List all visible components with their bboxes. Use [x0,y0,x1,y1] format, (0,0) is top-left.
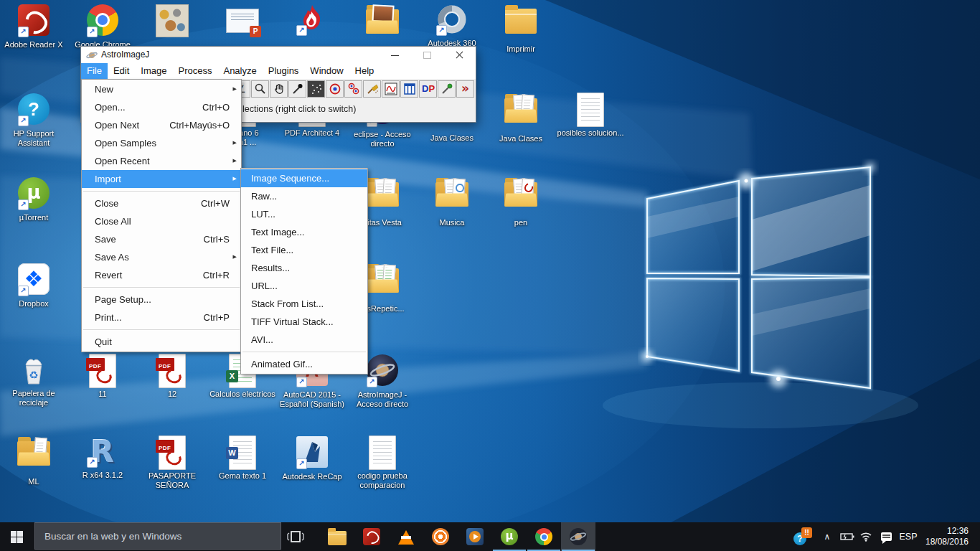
taskbar-chrome[interactable] [527,522,561,551]
file-menu-item-close[interactable]: CloseCtrl+W [82,194,241,212]
zoom-tool-button[interactable] [251,80,269,98]
table-tool-button[interactable] [400,80,418,98]
menu-help[interactable]: Help [349,63,380,79]
utorrent-icon [501,528,518,545]
desktop-icon-utorrent[interactable]: µTorrent [0,176,68,222]
import-item-avi[interactable]: AVI... [241,331,367,349]
menu-image[interactable]: Image [135,63,172,79]
desktop-icon-image-file[interactable] [138,3,207,40]
desktop-icon-flame-app[interactable] [278,3,347,39]
file-menu-item-new[interactable]: New [82,80,241,98]
file-menu-item-close-all[interactable]: Close All [82,212,241,230]
menu-window[interactable]: Window [304,63,349,79]
minimize-button[interactable] [379,47,411,63]
menu-file[interactable]: File [81,63,108,79]
tray-wifi[interactable] [857,522,875,551]
import-item-lut[interactable]: LUT... [241,205,367,223]
file-menu-item-open-samples[interactable]: Open Samples [82,134,241,152]
app-saturn-icon [86,50,98,61]
taskbar-utorrent[interactable] [492,522,527,551]
file-menu-item-save-as[interactable]: Save As [82,248,241,266]
dropper-tool-button[interactable] [288,80,306,98]
desktop-icon-powerpoint-file[interactable] [208,3,277,44]
tray-action-center[interactable] [877,522,895,551]
desktop-icon-adobe-reader[interactable]: Adobe Reader X [0,3,68,50]
search-box[interactable]: Buscar en la web y en Windows [34,522,281,550]
start-button[interactable] [0,522,34,551]
desktop-icon-codigo-prueba[interactable]: codigo prueba comparacion [348,435,417,490]
taskbar-photo-app[interactable] [423,522,458,551]
file-menu-item-quit[interactable]: Quit [82,333,241,351]
astrometry-tool-button[interactable] [438,80,456,98]
image-thumbnail-icon [156,4,189,37]
desktop-icon-autodesk-recap[interactable]: Autodesk ReCap [278,435,347,481]
recycle-bin-icon: ♻ [17,353,51,387]
desktop-icon-java-clases-2[interactable]: Java Clases [486,92,555,143]
import-item-image-sequence[interactable]: Image Sequence... [241,169,367,187]
import-item-url[interactable]: URL... [241,277,367,295]
tray-hp-warning[interactable] [791,522,815,551]
import-item-tiff-virtual-stack[interactable]: TIFF Virtual Stack... [241,313,367,331]
import-item-stack-from-list[interactable]: Stack From List... [241,295,367,313]
title-bar[interactable]: AstroImageJ [81,47,476,63]
file-menu-item-page-setup[interactable]: Page Setup... [82,291,241,309]
more-tools-button[interactable] [456,80,474,98]
import-item-results[interactable]: Results... [241,259,367,277]
desktop-icon-r-x64[interactable]: R x64 3.1.2 [68,435,137,480]
taskbar-astroimagej[interactable] [561,522,595,551]
desktop-icon-pen[interactable]: pen [486,176,555,227]
star-field-icon [310,83,323,95]
file-menu-item-open-recent[interactable]: Open Recent [82,152,241,170]
file-menu-item-save[interactable]: SaveCtrl+S [82,230,241,248]
menu-analyze[interactable]: Analyze [217,63,262,79]
desktop-icon-pdf-11[interactable]: 11 [68,353,137,399]
file-menu-item-print[interactable]: Print...Ctrl+P [82,309,241,326]
import-item-animated-gif[interactable]: Animated Gif... [241,355,367,373]
menu-plugins[interactable]: Plugins [263,63,305,79]
multi-aperture-tool-button[interactable] [344,80,362,98]
desktop-icon-dropbox[interactable]: Dropbox [0,262,68,309]
taskbar-adobe-reader[interactable] [354,522,389,551]
point-tool-button[interactable] [307,80,325,98]
data-processor-button[interactable] [419,80,437,98]
tray-battery[interactable] [838,522,857,551]
desktop-icon-ml-folder[interactable]: ML [0,435,68,486]
import-item-raw[interactable]: Raw... [241,187,367,205]
tray-show-hidden-icons[interactable] [819,522,835,551]
desktop-icon-gema-texto[interactable]: Gema texto 1 [208,435,277,481]
task-view-button[interactable] [286,529,305,545]
r-logo-icon [85,435,120,469]
desktop-icon-musica[interactable]: Musica [418,176,486,227]
pdf-doc-icon [159,354,186,388]
desktop-icon-google-chrome[interactable]: Google Chrome [68,3,137,50]
desktop-icon-photos-folder[interactable] [348,3,417,45]
clear-tool-button[interactable] [363,80,381,98]
desktop-icon-posibles-solucion[interactable]: posibles solucion... [556,92,625,138]
hand-tool-button[interactable] [270,80,288,98]
taskbar-file-explorer[interactable] [320,522,354,551]
import-item-text-image[interactable]: Text Image... [241,223,367,241]
file-menu-item-open-next[interactable]: Open NextCtrl+Mayús+O [82,116,241,134]
tray-clock[interactable]: 12:36 18/08/2016 [921,522,973,551]
desktop-icon-autodesk-360[interactable]: Autodesk 360 [418,3,486,48]
menu-process[interactable]: Process [173,63,218,79]
close-button[interactable] [443,47,476,63]
desktop-icon-hp-support[interactable]: HP Support Assistant [0,92,68,148]
maximize-button[interactable] [411,47,443,63]
shortcut-arrow-icon [296,458,307,469]
file-menu-item-open[interactable]: Open...Ctrl+O [82,98,241,116]
file-menu-item-import[interactable]: Import [82,170,241,188]
desktop-icon-pdf-12[interactable]: 12 [138,353,207,399]
desktop-icon-pasaporte[interactable]: PASAPORTE SEÑORA [138,435,207,490]
taskbar-vlc[interactable] [389,522,423,551]
menu-edit[interactable]: Edit [108,63,135,79]
saturn-icon [569,527,588,546]
plot-tool-button[interactable] [382,80,400,98]
desktop-icon-imprimir-folder[interactable]: Imprimir [486,3,555,54]
file-menu-item-revert[interactable]: RevertCtrl+R [82,266,241,284]
desktop-icon-recycle-bin[interactable]: ♻ Papelera de reciclaje [0,353,68,408]
aperture-tool-button[interactable] [326,80,344,98]
import-item-text-file[interactable]: Text File... [241,241,367,259]
tray-language[interactable]: ESP [897,522,920,551]
taskbar-media-player[interactable] [458,522,492,551]
